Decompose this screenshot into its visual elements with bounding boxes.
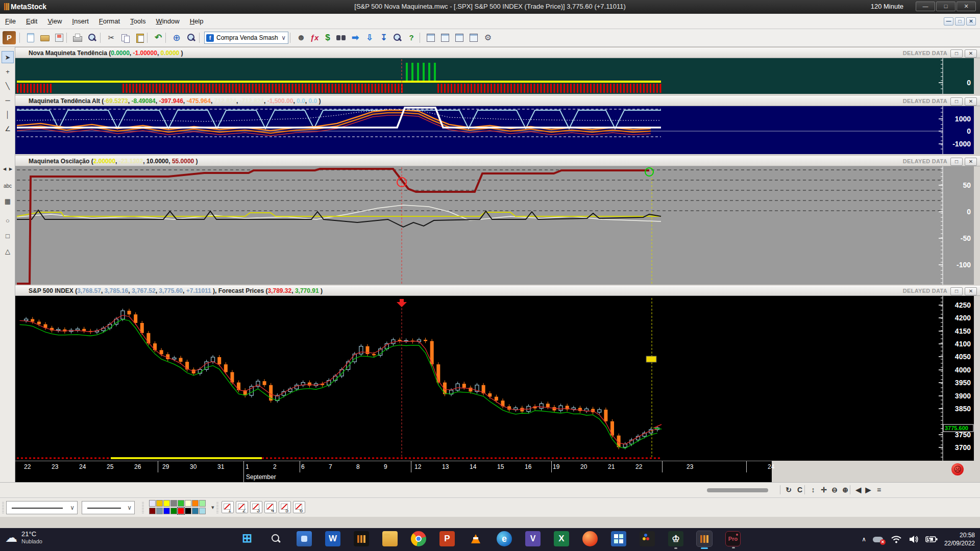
panel-close-button[interactable]: ✕ xyxy=(965,287,977,295)
date-axis[interactable]: 2223242526293031126789121314151619202122… xyxy=(15,461,772,472)
chart-template-button-6[interactable]: 6 xyxy=(293,501,305,513)
powerconsole-icon[interactable]: P xyxy=(3,31,16,44)
battery-icon[interactable] xyxy=(925,535,938,543)
chrome-app[interactable] xyxy=(411,531,426,546)
browser-ball-app[interactable] xyxy=(582,531,598,546)
color-swatch[interactable] xyxy=(149,508,156,514)
menu-format[interactable]: Format xyxy=(94,14,125,25)
triangle-tool[interactable]: △ xyxy=(2,245,14,257)
pan-button[interactable]: ✛ xyxy=(819,485,829,495)
color-swatch[interactable] xyxy=(149,500,156,507)
ellipse-tool[interactable]: ○ xyxy=(2,214,14,227)
menu-file[interactable]: File xyxy=(0,14,21,25)
print-icon[interactable] xyxy=(71,32,84,44)
powerpoint-app[interactable]: P xyxy=(439,531,455,546)
color-swatch[interactable] xyxy=(163,508,170,514)
color-swatch[interactable] xyxy=(199,500,206,507)
layout-settings-icon[interactable]: ⚙ xyxy=(482,32,494,44)
maximize-button[interactable]: □ xyxy=(936,2,955,11)
taskbar-clock[interactable]: 20:58 22/09/2022 xyxy=(944,531,975,547)
download-icon[interactable]: ⇩ xyxy=(363,32,376,44)
paste-icon[interactable] xyxy=(134,32,146,44)
menu-help[interactable]: Help xyxy=(185,14,209,25)
chart-template-button-3[interactable]: 3 xyxy=(250,501,262,513)
weather-widget[interactable]: ☁ 21°C Nublado xyxy=(5,530,42,545)
color-swatch[interactable] xyxy=(156,508,163,514)
palette-dropdown-arrow[interactable]: ▾ xyxy=(211,504,214,511)
new-chart-icon[interactable] xyxy=(24,32,37,44)
crosshair-tool[interactable]: + xyxy=(2,65,14,78)
grid-tool[interactable]: ▦ xyxy=(2,195,14,207)
indicator-fx-icon[interactable]: ƒx xyxy=(308,32,321,44)
mdi-close-button[interactable]: ✕ xyxy=(966,17,976,26)
color-swatch[interactable] xyxy=(156,500,163,507)
menu-edit[interactable]: Edit xyxy=(21,14,42,25)
help-pointer-icon[interactable]: ? xyxy=(405,32,418,44)
page-left-button[interactable]: ◀ xyxy=(853,485,864,495)
color-swatch[interactable] xyxy=(185,508,191,514)
color-swatch[interactable] xyxy=(185,500,191,507)
layout-list-button[interactable]: ≡ xyxy=(874,485,884,495)
zoom-in-button[interactable]: ⊕ xyxy=(840,485,850,495)
color-swatch[interactable] xyxy=(170,500,177,507)
file-explorer[interactable] xyxy=(382,531,398,546)
tray-chevron-icon[interactable]: ∧ xyxy=(862,536,866,543)
explorer-binoculars-icon[interactable] xyxy=(335,32,347,44)
cut-icon[interactable]: ✂ xyxy=(105,32,117,44)
save-icon[interactable] xyxy=(53,32,65,44)
games-app[interactable] xyxy=(640,531,655,546)
color-swatch[interactable] xyxy=(192,500,199,507)
panel-close-button[interactable]: ✕ xyxy=(965,97,977,106)
print-preview-icon[interactable] xyxy=(86,32,98,44)
panel-header-p3[interactable]: Maquineta Oscilação (2.00000, -23.1302, … xyxy=(15,156,980,166)
chart-panel-p2[interactable]: 10000-1000 xyxy=(15,106,974,154)
onedrive-icon[interactable]: ✕ xyxy=(873,535,884,543)
wifi-icon[interactable] xyxy=(891,535,902,544)
menu-view[interactable]: View xyxy=(42,14,67,25)
menu-window[interactable]: Window xyxy=(151,14,184,25)
minimize-button[interactable]: — xyxy=(916,2,935,11)
volume-icon[interactable] xyxy=(909,535,919,544)
chart-app[interactable] xyxy=(354,531,369,546)
undo-icon[interactable]: ↶ xyxy=(152,32,164,44)
color-swatch[interactable] xyxy=(178,508,184,514)
color-swatch[interactable] xyxy=(178,500,184,507)
page-right-button[interactable]: ▶ xyxy=(863,485,873,495)
panel-close-button[interactable]: ✕ xyxy=(965,49,977,58)
copy-icon[interactable] xyxy=(119,32,132,44)
tile-chart-icon[interactable] xyxy=(453,32,465,44)
chart-template-button-5[interactable]: 5 xyxy=(279,501,291,513)
chart-template-button-4[interactable]: 4 xyxy=(264,501,277,513)
close-button[interactable]: ✕ xyxy=(957,2,976,11)
panel-header-p1[interactable]: Nova Maquineta Tendência (0.0000, -1.000… xyxy=(15,48,980,58)
panel-restore-button[interactable]: □ xyxy=(950,49,963,58)
cast-app[interactable] xyxy=(297,531,312,546)
pointer-tool[interactable]: ➤ xyxy=(2,51,14,63)
data-tool-icon[interactable]: ↧ xyxy=(378,32,390,44)
collapse-button[interactable]: C xyxy=(795,485,805,495)
start-button[interactable]: ⊞ xyxy=(239,531,255,546)
panel-header-p4[interactable]: S&P 500 INDEX (3,768.57, 3,785.16, 3,767… xyxy=(15,286,980,296)
edge-app[interactable]: e xyxy=(497,531,512,546)
expert-advisor-icon[interactable]: ☻ xyxy=(295,32,307,44)
color-swatch[interactable] xyxy=(170,508,177,514)
chart-panel-p1[interactable]: 0 xyxy=(15,58,974,94)
excel-app[interactable]: X xyxy=(554,531,569,546)
vertical-line-tool[interactable]: │ xyxy=(2,108,14,120)
color-swatch[interactable] xyxy=(192,508,199,514)
v-app[interactable]: V xyxy=(525,531,541,546)
word-app[interactable]: W xyxy=(325,531,340,546)
panel-restore-button[interactable]: □ xyxy=(950,158,963,166)
zoom-out-button[interactable]: ⊖ xyxy=(829,485,840,495)
crosshair-icon[interactable]: ⊕ xyxy=(170,32,183,44)
search-button[interactable] xyxy=(268,531,283,546)
metastock-app[interactable] xyxy=(697,531,712,546)
trendline-tool[interactable]: ╲ xyxy=(2,80,14,92)
pro-app[interactable]: Pro xyxy=(725,531,741,546)
angle-line-tool[interactable]: ∠ xyxy=(2,122,14,135)
refresh-button[interactable]: ↻ xyxy=(783,485,794,495)
color-swatch[interactable] xyxy=(199,508,206,514)
horizontal-line-tool[interactable]: ─ xyxy=(2,94,14,106)
chart-template-button-2[interactable]: 2 xyxy=(236,501,248,513)
mdi-minimize-button[interactable]: — xyxy=(944,17,953,26)
